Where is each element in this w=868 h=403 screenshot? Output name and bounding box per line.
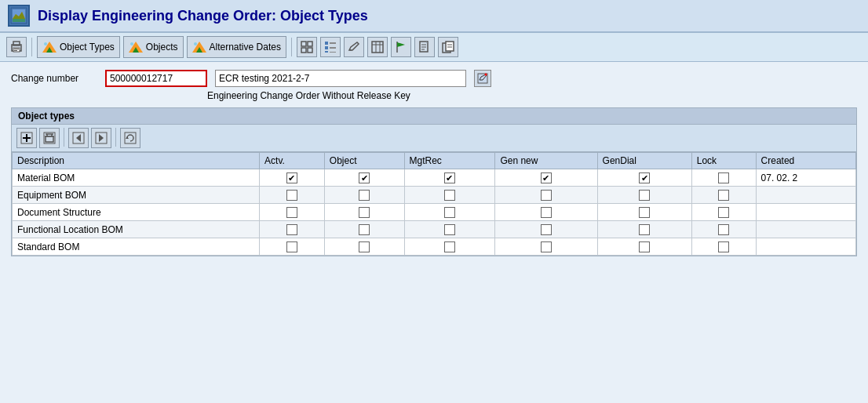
cell-description: Functional Location BOM: [13, 221, 260, 238]
svg-point-14: [130, 42, 133, 45]
col-object: Object: [324, 153, 404, 169]
checkbox[interactable]: [639, 190, 650, 201]
checkbox[interactable]: [639, 241, 650, 252]
nav-object-types[interactable]: Object Types: [37, 36, 120, 58]
svg-point-44: [485, 74, 487, 76]
svg-marker-33: [397, 42, 405, 47]
page-title: Display Engineering Change Order: Object…: [38, 8, 368, 24]
nav-objects-label: Objects: [146, 42, 178, 53]
table-row: Equipment BOM: [13, 187, 856, 204]
panel-next-button[interactable]: [91, 128, 111, 148]
edit-description-icon[interactable]: [474, 70, 491, 87]
svg-rect-26: [330, 47, 336, 49]
col-mgtrec: MgtRec: [404, 153, 495, 169]
panel-header: Object types: [12, 108, 856, 125]
checkbox[interactable]: [639, 224, 650, 235]
table-row: Functional Location BOM: [13, 221, 856, 238]
toolbar-tree-icon[interactable]: [320, 37, 341, 57]
panel-delete-button[interactable]: [39, 128, 60, 148]
svg-rect-40: [446, 42, 454, 51]
toolbar-flag-icon[interactable]: [391, 37, 411, 57]
svg-point-11: [44, 42, 47, 45]
checkbox[interactable]: [541, 224, 552, 235]
object-types-panel: Object types: [11, 107, 857, 256]
svg-rect-18: [301, 42, 306, 46]
checkbox[interactable]: [359, 241, 370, 252]
table-row: Document Structure: [13, 204, 856, 221]
checkbox[interactable]: [444, 207, 455, 218]
checkbox[interactable]: ✔: [286, 172, 297, 183]
checkbox[interactable]: [359, 207, 370, 218]
svg-rect-8: [14, 50, 17, 51]
svg-rect-25: [330, 42, 336, 44]
svg-rect-20: [301, 48, 306, 53]
change-number-input[interactable]: [105, 70, 207, 87]
svg-point-17: [194, 42, 197, 45]
col-gen-new: Gen new: [495, 153, 597, 169]
toolbar-doc-icon[interactable]: [414, 37, 435, 57]
checkbox[interactable]: [286, 207, 297, 218]
checkbox[interactable]: [541, 241, 552, 252]
svg-rect-22: [325, 42, 328, 45]
cell-created: [756, 187, 855, 204]
col-description: Description: [13, 153, 260, 169]
panel-separator: [64, 128, 64, 147]
cell-description: Material BOM: [13, 169, 260, 187]
svg-rect-28: [372, 42, 383, 53]
checkbox[interactable]: [718, 190, 729, 201]
nav-object-types-label: Object Types: [60, 42, 115, 53]
panel-separator-2: [115, 128, 116, 147]
checkbox[interactable]: [541, 190, 552, 201]
panel-toolbar: [12, 125, 856, 152]
checkbox[interactable]: [359, 224, 370, 235]
cell-description: Document Structure: [13, 204, 260, 221]
title-bar: Display Engineering Change Order: Object…: [0, 0, 868, 33]
col-gen-dial: GenDial: [597, 153, 691, 169]
panel-add-button[interactable]: [16, 128, 37, 148]
checkbox[interactable]: [286, 224, 297, 235]
object-types-table: Description Actv. Object MgtRec Gen new …: [12, 152, 856, 256]
main-toolbar: Object Types Objects Alternative Dates: [0, 33, 868, 62]
toolbar-table-icon[interactable]: [367, 37, 388, 57]
checkbox[interactable]: [541, 207, 552, 218]
svg-rect-6: [13, 48, 20, 52]
checkbox[interactable]: [359, 190, 370, 201]
svg-rect-5: [13, 42, 20, 45]
checkbox[interactable]: ✔: [541, 172, 552, 183]
checkbox[interactable]: [444, 190, 455, 201]
checkbox[interactable]: [444, 224, 455, 235]
checkbox[interactable]: [718, 241, 729, 252]
checkbox[interactable]: ✔: [639, 172, 650, 183]
toolbar-edit-icon[interactable]: [344, 37, 364, 57]
col-lock: Lock: [691, 153, 756, 169]
toolbar-copy-icon[interactable]: [438, 37, 458, 57]
checkbox[interactable]: [718, 224, 729, 235]
nav-alternative-dates[interactable]: Alternative Dates: [187, 36, 286, 58]
checkbox[interactable]: [718, 172, 729, 183]
col-actv: Actv.: [260, 153, 325, 169]
checkbox[interactable]: ✔: [444, 172, 455, 183]
svg-rect-24: [325, 51, 328, 53]
checkbox[interactable]: [286, 241, 297, 252]
checkbox[interactable]: [718, 207, 729, 218]
table-row: Standard BOM: [13, 238, 856, 256]
panel-reset-button[interactable]: [120, 128, 140, 148]
change-number-row: Change number: [11, 70, 857, 87]
cell-created: [756, 238, 855, 256]
panel-prev-button[interactable]: [68, 128, 89, 148]
checkbox[interactable]: [639, 207, 650, 218]
checkbox[interactable]: [286, 190, 297, 201]
separator-2: [291, 38, 292, 56]
svg-rect-7: [14, 49, 19, 49]
description-input[interactable]: [215, 70, 466, 87]
nav-objects[interactable]: Objects: [123, 36, 184, 58]
change-number-label: Change number: [11, 73, 97, 84]
form-subtitle: Engineering Change Order Without Release…: [207, 90, 857, 101]
toolbar-grid-icon[interactable]: [297, 37, 317, 57]
checkbox[interactable]: [444, 241, 455, 252]
table-row: Material BOM✔✔✔✔✔07. 02. 2: [13, 169, 856, 187]
cell-description: Standard BOM: [13, 238, 260, 256]
checkbox[interactable]: ✔: [359, 172, 370, 183]
main-content: Change number Engineering Change Order W…: [0, 62, 868, 264]
print-button[interactable]: [6, 37, 27, 57]
